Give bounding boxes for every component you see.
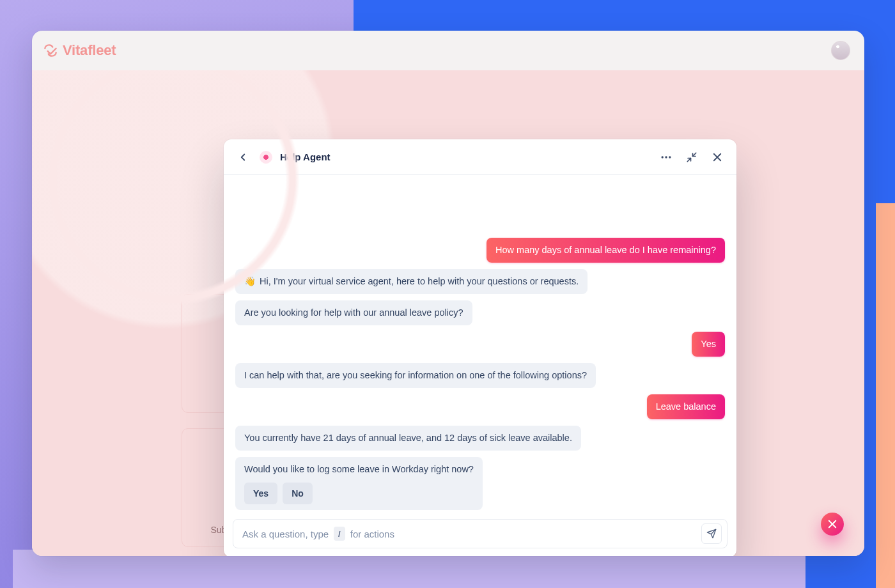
more-horizontal-icon <box>660 151 673 164</box>
composer-placeholder-post: for actions <box>350 529 394 539</box>
user-message: Yes <box>692 332 725 357</box>
avatar[interactable] <box>831 41 850 60</box>
close-button[interactable] <box>708 148 726 166</box>
minimize-button[interactable] <box>683 148 701 166</box>
reply-options: YesNo <box>244 483 474 504</box>
message-text: Leave balance <box>656 401 716 412</box>
message-text: How many days of annual leave do I have … <box>495 245 716 255</box>
brand-logo-icon <box>42 42 59 59</box>
user-message: Leave balance <box>647 394 725 419</box>
modal-title: Help Agent <box>280 151 331 162</box>
bot-message: Are you looking for help with our annual… <box>235 300 472 325</box>
chat-thread: How many days of annual leave do I have … <box>224 175 736 515</box>
message-text: You currently have 21 days of annual lea… <box>244 433 572 443</box>
reply-option-button[interactable]: Yes <box>244 483 277 504</box>
send-button[interactable] <box>701 523 722 544</box>
app-window: Vitafleet Contact supplies Submit a rese… <box>32 31 864 556</box>
message-text: Would you like to log some leave in Work… <box>244 464 474 474</box>
send-icon <box>706 529 717 539</box>
brand: Vitafleet <box>42 42 116 59</box>
chat-composer[interactable]: Ask a question, type / for actions <box>233 519 728 548</box>
back-button[interactable] <box>234 148 252 166</box>
message-text: Yes <box>701 339 716 349</box>
bot-message: I can help with that, are you seeking fo… <box>235 363 596 388</box>
agent-avatar-icon <box>260 151 272 164</box>
modal-header: Help Agent <box>224 139 736 175</box>
message-text: Are you looking for help with our annual… <box>244 307 463 318</box>
bot-message: 👋Hi, I'm your virtual service agent, her… <box>235 269 588 294</box>
svg-point-2 <box>669 156 671 158</box>
bot-message: You currently have 21 days of annual lea… <box>235 426 581 451</box>
user-message: How many days of annual leave do I have … <box>486 238 725 263</box>
close-fab[interactable] <box>821 513 844 536</box>
close-icon <box>712 151 723 163</box>
chevron-left-icon <box>237 151 249 163</box>
wave-emoji-icon: 👋 <box>244 275 256 288</box>
brand-name: Vitafleet <box>63 42 116 59</box>
slash-key-icon: / <box>334 527 345 541</box>
page-body: Contact supplies Submit a research propo… <box>32 70 864 556</box>
svg-point-1 <box>665 156 667 158</box>
reply-option-button[interactable]: No <box>283 483 313 504</box>
topbar: Vitafleet <box>32 31 864 70</box>
close-icon <box>827 518 838 530</box>
help-agent-modal: Help Agent <box>224 139 736 556</box>
message-text: I can help with that, are you seeking fo… <box>244 370 587 380</box>
svg-point-0 <box>662 156 664 158</box>
more-button[interactable] <box>657 148 675 166</box>
minimize-icon <box>686 151 697 163</box>
bot-message: Would you like to log some leave in Work… <box>235 457 483 510</box>
message-text: Hi, I'm your virtual service agent, here… <box>260 276 579 286</box>
composer-placeholder-pre: Ask a question, type <box>242 529 329 539</box>
